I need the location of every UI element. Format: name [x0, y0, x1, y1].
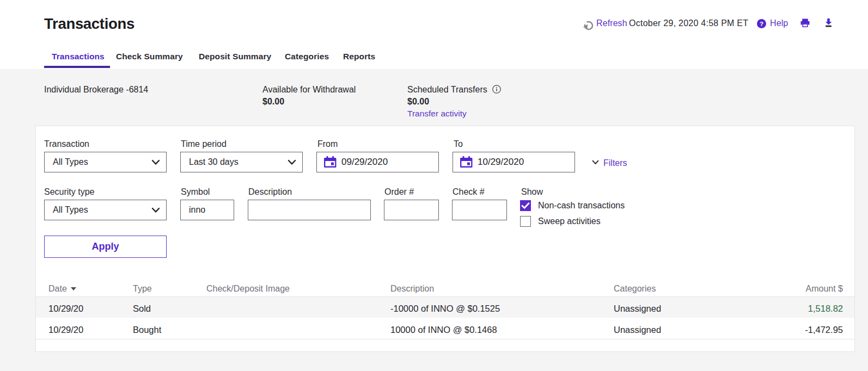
- svg-text:?: ?: [760, 21, 763, 27]
